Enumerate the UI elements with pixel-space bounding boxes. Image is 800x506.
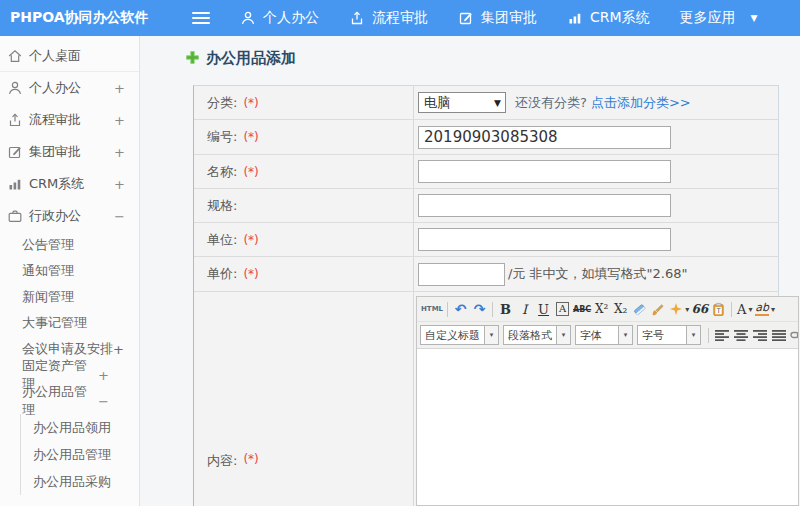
sidebar-item-process-approval[interactable]: 流程审批 + (0, 104, 139, 136)
sidebar-subitem-supplies-manage[interactable]: 办公用品管理 (21, 441, 139, 468)
align-justify-icon[interactable] (769, 325, 788, 345)
rich-text-editor: HTML ↶ ↷ B I U A ABC X² X₂ (416, 296, 799, 506)
collapse-toggle[interactable]: − (98, 394, 109, 409)
sidebar-subitem-supplies-purchase[interactable]: 办公用品采购 (21, 468, 139, 495)
align-left-icon[interactable] (712, 325, 731, 345)
nav-crm-system[interactable]: CRM系统 (567, 9, 650, 27)
sidebar-item-label: 流程审批 (29, 111, 81, 129)
content-label: 内容:(*) (194, 292, 414, 506)
subscript-icon[interactable]: X₂ (611, 299, 630, 319)
required-marker: (*) (243, 165, 258, 179)
font-box-icon[interactable]: A (556, 302, 569, 316)
user-icon (240, 10, 256, 26)
nav-label: CRM系统 (590, 9, 650, 27)
align-right-icon[interactable] (750, 325, 769, 345)
expand-toggle[interactable]: + (113, 342, 124, 357)
expand-toggle[interactable]: + (114, 113, 125, 128)
caret-down-icon: ▼ (751, 13, 758, 23)
eraser-icon[interactable] (630, 299, 649, 319)
nav-group-approval[interactable]: 集团审批 (458, 9, 537, 27)
nav-label: 流程审批 (372, 9, 428, 27)
heading-select[interactable]: 自定义标题 ▾ (420, 325, 499, 345)
sidebar-item-desktop[interactable]: 个人桌面 (0, 40, 139, 72)
subitem-label: 办公用品管理 (22, 383, 98, 419)
hamburger-menu-icon[interactable] (192, 12, 210, 24)
quick-format-icon[interactable]: ▾ (668, 299, 690, 319)
redo-icon[interactable]: ↷ (470, 299, 489, 319)
font-color-icon[interactable]: A ▾ (735, 299, 754, 319)
editor-toolbar-row2: 自定义标题 ▾ 段落格式 ▾ 字体 ▾ 字号 ▾ (417, 322, 798, 349)
number-input[interactable] (418, 126, 671, 149)
form-row-category: 分类:(*) 电脑 ▼ 还没有分类? 点击添加分类>> (194, 86, 778, 120)
category-label: 分类:(*) (194, 86, 414, 119)
svg-text:T: T (716, 306, 721, 313)
underline-icon[interactable]: U (534, 299, 553, 319)
font-size-select[interactable]: 字号 ▾ (637, 325, 701, 345)
sidebar-subitem-supplies-claim[interactable]: 办公用品领用 (21, 414, 139, 441)
expand-toggle[interactable]: + (114, 81, 125, 96)
form-row-name: 名称:(*) (194, 155, 778, 189)
user-icon (7, 80, 23, 96)
number-label: 编号:(*) (194, 120, 414, 154)
sidebar-subitem-notice[interactable]: 通知管理 (0, 258, 139, 284)
required-marker: (*) (243, 233, 258, 247)
required-marker: (*) (243, 96, 258, 110)
paste-plain-text-icon[interactable]: T (709, 299, 728, 319)
subitem-label: 会议申请及安排 (22, 340, 113, 358)
subitem-label: 办公用品管理 (33, 446, 111, 464)
sidebar-item-group-approval[interactable]: 集团审批 + (0, 136, 139, 168)
form-row-unit: 单位:(*) (194, 223, 778, 257)
sidebar-subitem-announcement[interactable]: 公告管理 (0, 232, 139, 258)
expand-toggle[interactable]: + (98, 368, 109, 383)
home-icon (7, 48, 23, 64)
sidebar-item-label: 个人桌面 (29, 47, 81, 65)
form-row-price: 单价:(*) /元 非中文，如填写格式"2.68" (194, 257, 778, 292)
category-select[interactable]: 电脑 ▼ (418, 92, 506, 113)
italic-icon[interactable]: I (515, 299, 534, 319)
subitem-label: 办公用品领用 (33, 419, 111, 437)
caret-down-icon: ▾ (685, 305, 689, 314)
subitem-label: 通知管理 (22, 262, 74, 280)
editor-content-area[interactable] (417, 349, 798, 505)
expand-toggle[interactable]: + (114, 177, 125, 192)
share-icon (7, 112, 23, 128)
format-painter-icon[interactable] (649, 299, 668, 319)
spec-input[interactable] (418, 194, 671, 217)
html-source-icon[interactable]: HTML (420, 299, 444, 319)
add-category-link[interactable]: 点击添加分类>> (591, 94, 691, 112)
name-label: 名称:(*) (194, 155, 414, 188)
sidebar-item-personal-office[interactable]: 个人办公 + (0, 72, 139, 104)
sidebar-item-crm[interactable]: CRM系统 + (0, 168, 139, 200)
undo-icon[interactable]: ↶ (451, 299, 470, 319)
name-input[interactable] (418, 160, 671, 183)
nav-more-apps[interactable]: 更多应用 ▼ (680, 9, 758, 27)
collapse-toggle[interactable]: − (114, 209, 125, 224)
sidebar-subitem-milestones[interactable]: 大事记管理 (0, 310, 139, 336)
unit-input[interactable] (418, 228, 671, 251)
paragraph-format-select[interactable]: 段落格式 ▾ (503, 325, 571, 345)
font-family-select[interactable]: 字体 ▾ (575, 325, 633, 345)
add-plus-icon (186, 51, 199, 67)
subitem-label: 大事记管理 (22, 314, 87, 332)
price-input[interactable] (418, 263, 505, 286)
editor-toolbar-row1: HTML ↶ ↷ B I U A ABC X² X₂ (417, 297, 798, 322)
nav-personal-office[interactable]: 个人办公 (240, 9, 319, 27)
sidebar-subitem-office-supplies[interactable]: 办公用品管理 − (0, 388, 139, 414)
insert-link-icon[interactable] (788, 325, 798, 345)
sidebar-item-label: 集团审批 (29, 143, 81, 161)
highlight-color-icon[interactable]: ab ▾ (754, 299, 776, 319)
strikethrough-icon[interactable]: ABC (572, 299, 592, 319)
superscript-icon[interactable]: X² (592, 299, 611, 319)
align-center-icon[interactable] (731, 325, 750, 345)
bold-icon[interactable]: B (496, 299, 515, 319)
subitem-label: 办公用品采购 (33, 473, 111, 491)
app-logo[interactable]: PHPOA协同办公软件 (0, 9, 150, 27)
nav-process-approval[interactable]: 流程审批 (349, 9, 428, 27)
sidebar-subitem-news[interactable]: 新闻管理 (0, 284, 139, 310)
caret-down-icon: ▾ (748, 305, 752, 314)
expand-toggle[interactable]: + (114, 145, 125, 160)
blockquote-icon[interactable]: 66 (690, 299, 709, 319)
caret-down-icon: ▾ (618, 326, 632, 344)
caret-down-icon: ▾ (686, 326, 700, 344)
sidebar-item-admin-office[interactable]: 行政办公 − (0, 200, 139, 232)
